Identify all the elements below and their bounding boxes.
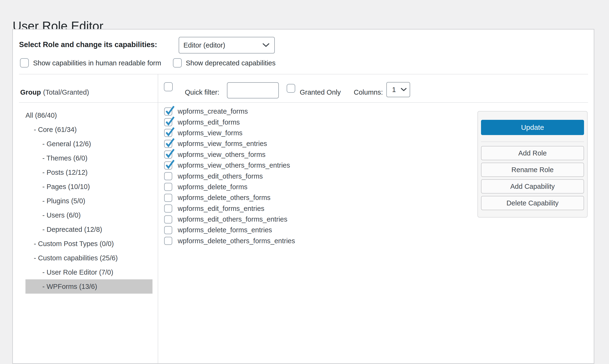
quick-filter-label: Quick filter: [185, 88, 219, 97]
capability-row: wpforms_delete_forms_entries [164, 225, 295, 235]
capability-checkbox[interactable] [164, 151, 172, 159]
capability-checkbox[interactable] [164, 129, 172, 137]
capability-row: wpforms_delete_forms [164, 182, 295, 192]
capability-name: wpforms_edit_others_forms_entries [178, 215, 287, 223]
columns-select[interactable]: 1 [386, 82, 410, 97]
capability-name: wpforms_edit_forms [178, 118, 240, 126]
rename-role-button[interactable]: Rename Role [481, 163, 584, 177]
capability-list: wpforms_create_formswpforms_edit_formswp… [164, 106, 295, 246]
group-item[interactable]: - WPForms (13/6) [26, 279, 152, 294]
group-item[interactable]: - Custom capabilities (25/6) [26, 251, 152, 265]
group-item[interactable]: - Deprecated (12/8) [26, 222, 152, 236]
add-capability-button[interactable]: Add Capability [481, 179, 584, 194]
group-item[interactable]: - User Role Editor (7/0) [26, 265, 152, 279]
capability-row: wpforms_delete_others_forms [164, 192, 295, 203]
capability-row: wpforms_view_forms [164, 128, 295, 138]
capability-name: wpforms_view_others_forms_entries [178, 161, 290, 169]
quick-filter-input[interactable] [227, 82, 279, 98]
divider [19, 102, 588, 103]
update-button[interactable]: Update [481, 120, 584, 135]
capability-name: wpforms_delete_others_forms [178, 194, 270, 202]
capability-row: wpforms_view_others_forms_entries [164, 160, 295, 171]
group-item[interactable]: All (86/40) [26, 108, 152, 122]
capability-name: wpforms_view_forms [178, 129, 242, 137]
show-deprecated-label: Show deprecated capabilities [186, 58, 276, 68]
capability-checkbox[interactable] [164, 183, 172, 191]
capability-checkbox[interactable] [164, 194, 172, 202]
group-tree: All (86/40)- Core (61/34)- General (12/6… [26, 108, 152, 294]
capability-row: wpforms_edit_others_forms [164, 171, 295, 182]
role-select-value: Editor (editor) [184, 41, 225, 49]
divider [19, 74, 588, 74]
select-role-label: Select Role and change its capabilities: [19, 40, 157, 50]
checkmark-icon [164, 148, 175, 159]
group-item[interactable]: - Users (6/0) [26, 208, 152, 222]
capability-name: wpforms_delete_forms_entries [178, 226, 272, 234]
capability-name: wpforms_edit_others_forms [178, 172, 263, 180]
granted-only-checkbox[interactable] [287, 84, 295, 93]
capability-row: wpforms_create_forms [164, 106, 295, 117]
columns-label: Columns: [354, 88, 383, 97]
group-item[interactable]: - Core (61/34) [26, 122, 152, 137]
group-item[interactable]: - Posts (12/12) [26, 165, 152, 180]
capability-checkbox[interactable] [164, 118, 172, 126]
group-item[interactable]: - Pages (10/10) [26, 180, 152, 194]
show-human-readable-checkbox[interactable] [20, 58, 29, 67]
capability-checkbox[interactable] [164, 161, 172, 169]
capability-checkbox[interactable] [164, 140, 172, 148]
action-buttons: Add RoleRename RoleAdd CapabilityDelete … [481, 146, 584, 210]
capability-name: wpforms_delete_forms [178, 183, 247, 191]
columns-select-value: 1 [392, 86, 396, 94]
divider [481, 142, 584, 142]
capability-row: wpforms_edit_forms_entries [164, 203, 295, 214]
group-header-title: Group [20, 89, 41, 96]
capability-name: wpforms_create_forms [178, 107, 248, 115]
capability-row: wpforms_view_forms_entries [164, 138, 295, 149]
granted-only-label: Granted Only [300, 88, 341, 97]
delete-capability-button[interactable]: Delete Capability [481, 196, 584, 210]
quick-filter-checkbox[interactable] [164, 82, 173, 91]
capability-name: wpforms_view_forms_entries [178, 140, 267, 148]
checkmark-icon [164, 138, 175, 149]
capability-row: wpforms_edit_forms [164, 117, 295, 128]
chevron-down-icon [401, 88, 407, 91]
group-header-suffix: (Total/Granted) [43, 89, 89, 96]
capability-row: wpforms_delete_others_forms_entries [164, 236, 295, 246]
capability-checkbox[interactable] [164, 215, 172, 223]
capability-checkbox[interactable] [164, 107, 172, 116]
actions-panel: Update Add RoleRename RoleAdd Capability… [477, 111, 588, 218]
chevron-down-icon [262, 43, 269, 47]
checkmark-icon [164, 159, 175, 170]
show-deprecated-checkbox[interactable] [173, 58, 182, 67]
checkmark-icon [164, 116, 175, 127]
show-human-readable-label: Show capabilities in human readable form [33, 58, 161, 68]
group-column-header: Group(Total/Granted) [20, 88, 89, 97]
capability-row: wpforms_view_others_forms [164, 149, 295, 160]
group-item[interactable]: - Custom Post Types (0/0) [26, 236, 152, 251]
user-role-editor-panel: Select Role and change its capabilities:… [12, 29, 594, 364]
capability-name: wpforms_view_others_forms [178, 151, 265, 159]
group-item[interactable]: - Plugins (5/0) [26, 194, 152, 208]
checkmark-icon [164, 105, 175, 116]
capability-checkbox[interactable] [164, 226, 172, 234]
checkmark-icon [164, 127, 175, 138]
group-item[interactable]: - Themes (6/0) [26, 151, 152, 165]
role-select[interactable]: Editor (editor) [179, 37, 275, 53]
capability-checkbox[interactable] [164, 237, 172, 245]
capability-checkbox[interactable] [164, 205, 172, 213]
capability-name: wpforms_delete_others_forms_entries [178, 237, 295, 245]
capability-name: wpforms_edit_forms_entries [178, 205, 264, 213]
add-role-button[interactable]: Add Role [481, 146, 584, 160]
capability-checkbox[interactable] [164, 172, 172, 180]
group-item[interactable]: - General (12/6) [26, 137, 152, 151]
column-divider [158, 74, 158, 363]
capability-row: wpforms_edit_others_forms_entries [164, 214, 295, 225]
